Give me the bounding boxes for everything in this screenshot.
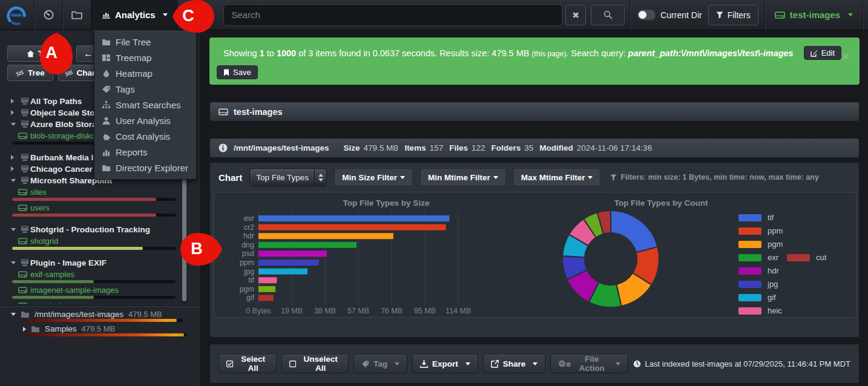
legend-item-cut[interactable]: cut [787,253,826,262]
tag-button[interactable]: Tag [353,354,407,373]
caret-down-icon[interactable] [11,123,16,126]
checkbox-checked-icon [226,360,233,368]
donut-slice-tif[interactable] [611,211,657,252]
bar-cr2[interactable] [258,224,446,231]
analytics-dropdown-menu: File TreeTreemapHeatmapTagsSmart Searche… [94,30,197,180]
tree-index-item[interactable]: imagenet-sample-images [0,284,189,295]
export-button[interactable]: Export [412,354,478,373]
filter-button-max-mtime-filter[interactable]: Max Mtime Filter [513,168,601,186]
bar-psd[interactable] [258,250,327,257]
caret-right-icon[interactable] [11,155,14,160]
caret-down-icon[interactable] [11,228,16,231]
folder-tree-row[interactable]: /mnt/images/test-images479.5 MB [11,310,162,319]
close-icon[interactable]: ✕ [842,51,850,62]
filter-button-min-mtime-filter[interactable]: Min Mtime Filter [420,168,506,186]
dashboard-button[interactable] [35,0,62,30]
bar-hdr[interactable] [258,233,393,239]
unselect-all-button[interactable]: Unselect All [281,354,349,373]
caret-right-icon[interactable] [11,99,14,103]
legend-item-heic[interactable]: heic [738,306,782,315]
menu-item-heatmap[interactable]: Heatmap [94,65,196,81]
bar-category-label: exr [244,214,254,223]
caret-right-icon[interactable] [11,110,14,115]
share-button[interactable]: Share [483,354,546,373]
filters-button[interactable]: Filters [708,5,758,25]
marker-c-pin [170,0,216,34]
directory-path[interactable]: /mnt/images/test-images [234,143,329,152]
filter-button-min-size-filter[interactable]: Min Size Filter [334,168,413,186]
bar-exr[interactable] [258,215,450,221]
tree-index-item[interactable]: exif-samples [0,269,189,280]
tree-top-path[interactable]: Shotgrid - Production Tracking [0,224,189,235]
search-results-banner: Showing 1 to 1000 of 3 items found in 0.… [209,38,860,85]
bar-jpg[interactable] [258,269,307,275]
tree-index-item[interactable]: shotgrid [0,235,189,246]
menu-item-label: Tags [116,84,135,94]
menu-item-cost-analysis[interactable]: Cost Analysis [94,128,196,144]
caret-down-icon[interactable] [11,179,16,182]
index-selector-label: test-images [790,10,840,20]
folder-icon [21,311,30,318]
tree-index-item[interactable]: sites [0,186,189,197]
user-icon [102,117,111,125]
select-all-label: Select All [237,355,269,373]
info-icon[interactable] [219,143,228,152]
legend-label: cut [816,253,826,262]
tree-index-item[interactable]: users [0,202,189,213]
settings-gear-button[interactable]: ⚙ [863,0,868,30]
caret-right-icon[interactable] [11,166,14,171]
save-search-button[interactable]: Save [217,65,258,79]
analytics-menu-button[interactable]: Analytics [91,0,178,30]
search-submit-button[interactable] [591,5,625,25]
menu-item-treemap[interactable]: Treemap [94,50,196,65]
menu-item-directory-explorer[interactable]: Directory Explorer [94,160,196,175]
menu-item-reports[interactable]: Reports [94,144,196,160]
file-action-button[interactable]: ⚙⚙ File Action [550,354,628,373]
legend-item-jpg[interactable]: jpg [738,280,778,289]
legend-item-pgm[interactable]: pgm [738,240,783,249]
index-selector[interactable]: test-images [765,0,863,30]
file-types-size-bar-chart[interactable]: Top File Types by Size0 Bytes19 MB38 MB5… [219,195,498,316]
file-search-button[interactable] [63,0,91,30]
legend-swatch [738,241,761,248]
file-tree-icon [102,38,111,46]
legend-item-hdr[interactable]: hdr [738,266,779,275]
menu-item-user-analysis[interactable]: User Analysis [94,113,196,128]
x-axis-tick-label: 19 MB [281,307,303,315]
file-types-count-donut-chart[interactable] [553,195,678,317]
menu-item-tags[interactable]: Tags [94,81,196,97]
toggle-switch[interactable] [637,10,656,20]
tree-top-path[interactable]: Plugin - Image EXIF [0,257,189,268]
folder-size-label: 479.5 MB [128,310,162,319]
menu-item-file-tree[interactable]: File Tree [94,34,196,50]
bar-tif[interactable] [258,277,277,283]
bar-gif[interactable] [258,295,274,301]
select-all-button[interactable]: Select All [219,354,277,373]
edit-query-button[interactable]: Edit [804,46,841,60]
menu-item-smart-searches[interactable]: Smart Searches [94,97,196,113]
chart-type-select[interactable]: Top File Types [249,168,327,186]
bar-dng[interactable] [258,242,357,248]
marker-b-pin [179,231,225,267]
current-dir-toggle[interactable]: Current Dir [637,10,702,20]
legend-item-gif[interactable]: gif [738,293,776,302]
legend-item-tif[interactable]: tif [738,213,774,222]
caret-down-icon[interactable] [11,313,16,316]
server-icon [21,97,29,105]
folder-path-label: /mnt/images/test-images [35,310,123,319]
menu-item-label: File Tree [116,37,151,47]
folder-tree-row[interactable]: Samples479.5 MB [23,324,115,333]
bar-pgm[interactable] [258,286,275,292]
tree-index-item[interactable]: sample-images [0,300,189,304]
drive-icon [18,204,27,211]
diskover-logo[interactable] [0,0,34,30]
filters-summary: Filters: min size: 1 Bytes, min time: no… [610,173,818,182]
caret-right-icon[interactable] [23,327,26,332]
legend-item-ppm[interactable]: ppm [738,226,783,235]
legend-item-exr[interactable]: exr [738,253,778,262]
bar-category-label: hdr [243,232,254,240]
caret-down-icon[interactable] [11,261,16,264]
clear-search-button[interactable]: ✖ [565,5,586,25]
search-input[interactable] [223,4,562,26]
bar-ppm[interactable] [258,260,319,266]
